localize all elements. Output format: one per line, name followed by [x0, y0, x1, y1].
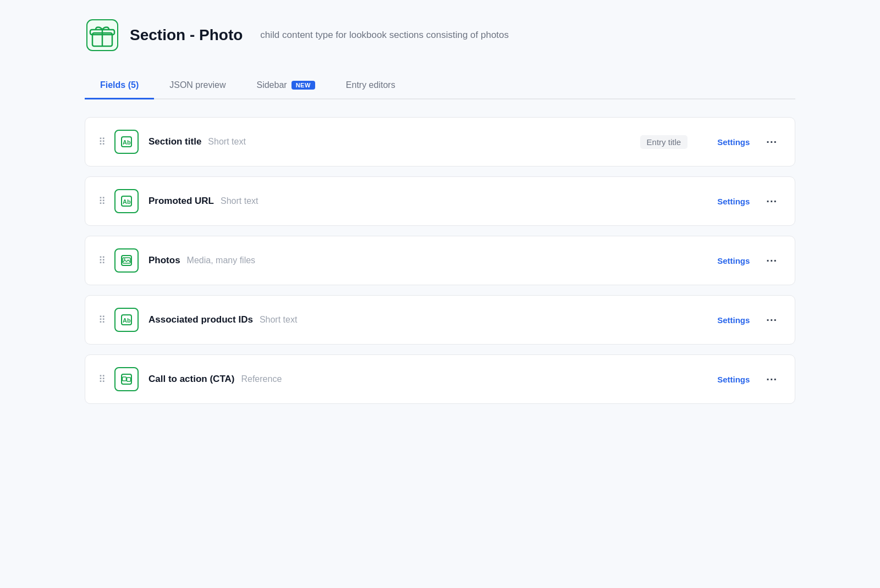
drag-handle-icon[interactable]: ⠿ — [98, 195, 105, 207]
drag-handle-icon[interactable]: ⠿ — [98, 373, 105, 385]
settings-button[interactable]: Settings — [715, 371, 752, 387]
tabs-nav: Fields (5) JSON preview Sidebar NEW Entr… — [85, 73, 795, 99]
fields-list: ⠿ Ab Section title Short text Entry titl… — [85, 117, 795, 404]
field-type-icon: Ab — [114, 189, 139, 213]
field-row: ⠿ Call to action (CTA) Reference Setting… — [85, 354, 795, 404]
field-row: ⠿ Ab Section title Short text Entry titl… — [85, 117, 795, 167]
svg-rect-14 — [123, 377, 127, 381]
svg-rect-15 — [127, 378, 131, 381]
svg-text:Ab: Ab — [123, 317, 131, 324]
field-type: Media, many files — [187, 256, 256, 265]
field-type-icon: Ab — [114, 130, 139, 154]
field-info: Section title Short text — [148, 136, 630, 147]
field-name: Associated product IDs — [148, 314, 253, 325]
field-type: Short text — [221, 196, 258, 206]
field-type-icon — [114, 248, 139, 273]
tab-entry-editors[interactable]: Entry editors — [331, 73, 411, 99]
new-badge: NEW — [292, 81, 315, 90]
field-type-icon — [114, 367, 139, 391]
field-type-icon: Ab — [114, 308, 139, 332]
field-name: Section title — [148, 136, 201, 147]
more-options-button[interactable]: ··· — [762, 134, 782, 151]
more-options-button[interactable]: ··· — [762, 252, 782, 269]
more-options-button[interactable]: ··· — [762, 312, 782, 329]
page-description: child content type for lookbook sections… — [260, 30, 509, 41]
content-type-icon — [85, 18, 120, 53]
tab-json-preview[interactable]: JSON preview — [154, 73, 241, 99]
field-name: Photos — [148, 255, 180, 266]
tab-sidebar[interactable]: Sidebar NEW — [241, 73, 330, 99]
drag-handle-icon[interactable]: ⠿ — [98, 136, 105, 148]
drag-handle-icon[interactable]: ⠿ — [98, 254, 105, 267]
field-name: Promoted URL — [148, 196, 214, 207]
field-type: Short text — [208, 137, 245, 147]
field-row: ⠿ Ab Promoted URL Short text Settings ··… — [85, 176, 795, 226]
field-name: Call to action (CTA) — [148, 374, 234, 385]
svg-text:Ab: Ab — [123, 139, 131, 146]
field-info: Associated product IDs Short text — [148, 314, 705, 325]
field-row: ⠿ Ab Associated product IDs Short text S… — [85, 295, 795, 345]
field-info: Call to action (CTA) Reference — [148, 374, 705, 385]
settings-button[interactable]: Settings — [715, 193, 752, 209]
entry-title-badge: Entry title — [640, 135, 688, 149]
svg-point-10 — [124, 258, 125, 259]
field-info: Photos Media, many files — [148, 255, 705, 266]
svg-text:Ab: Ab — [123, 198, 131, 205]
page-title: Section - Photo — [130, 26, 243, 44]
field-type: Reference — [241, 374, 282, 384]
settings-button[interactable]: Settings — [715, 312, 752, 328]
field-type: Short text — [260, 315, 297, 325]
field-info: Promoted URL Short text — [148, 196, 705, 207]
drag-handle-icon[interactable]: ⠿ — [98, 314, 105, 326]
field-row: ⠿ Photos Media, many files Settings ··· — [85, 236, 795, 285]
settings-button[interactable]: Settings — [715, 253, 752, 269]
more-options-button[interactable]: ··· — [762, 193, 782, 210]
more-options-button[interactable]: ··· — [762, 371, 782, 388]
page-header: Section - Photo child content type for l… — [85, 18, 795, 53]
tab-fields[interactable]: Fields (5) — [85, 73, 154, 99]
settings-button[interactable]: Settings — [715, 134, 752, 150]
